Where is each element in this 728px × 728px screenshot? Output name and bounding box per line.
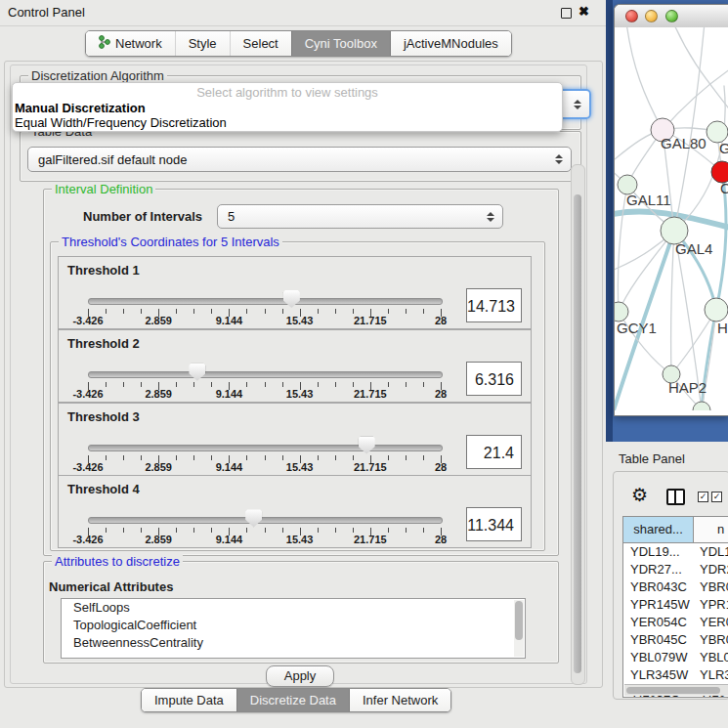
thresholds-container: Threshold 1-3.4262.8599.14415.4321.71528…: [58, 256, 530, 549]
tick-mark: [353, 455, 354, 460]
network-node-gcy1[interactable]: [615, 302, 628, 321]
tick-mark: [123, 528, 124, 533]
attributes-listbox[interactable]: SelfLoopsTopologicalCoefficientBetweenne…: [61, 598, 526, 659]
table-row[interactable]: YLR345WYLR3: [623, 666, 728, 684]
threshold-value-field[interactable]: 21.4: [466, 435, 522, 469]
threshold-panel-2: Threshold 2-3.4262.8599.14415.4321.71528…: [58, 329, 532, 403]
network-canvas[interactable]: GAL80GAL11GAL4GCY1HHAP2GC: [615, 27, 728, 410]
scrollbar-thumb[interactable]: [626, 687, 720, 694]
checkbox-icon[interactable]: ✓: [711, 492, 722, 502]
cell-shared-name: YPR145W: [623, 596, 693, 614]
column-header-shared[interactable]: shared...: [623, 517, 694, 542]
tab-impute-data[interactable]: Impute Data: [142, 689, 236, 711]
cell-name: YBR0: [693, 578, 728, 596]
checkbox-icon[interactable]: ✓: [698, 492, 708, 502]
scale-label: 15.43: [286, 534, 314, 545]
combo-arrows-icon: [574, 100, 581, 109]
table-row[interactable]: YDL19...YDL1: [623, 543, 728, 561]
column-header-name[interactable]: n: [694, 517, 728, 542]
gear-icon[interactable]: ⚙: [631, 484, 648, 506]
table-panel-toolbar-area: ⚙ ✓ ✓ shared... n YDL19...YDL1YDR27...YD…: [613, 471, 728, 700]
interval-definition-title: Interval Definition: [52, 182, 155, 196]
slider-thumb[interactable]: [245, 509, 262, 527]
table-hscrollbar[interactable]: [624, 684, 728, 696]
tab-jactivemnodules[interactable]: jActiveMNodules: [390, 31, 511, 56]
tick-mark: [282, 382, 283, 387]
network-node-h[interactable]: [705, 298, 728, 321]
attribute-item-selfloops[interactable]: SelfLoops: [62, 599, 525, 617]
num-intervals-combobox[interactable]: 5: [217, 204, 503, 229]
table-panel-title: Table Panel: [619, 451, 685, 466]
listbox-scrollbar[interactable]: [514, 600, 524, 657]
tick-mark: [388, 382, 389, 387]
tab-network[interactable]: Network: [86, 31, 175, 56]
node-table[interactable]: shared... n YDL19...YDL1YDR27...YDR2YBR0…: [622, 516, 728, 698]
tab-cyni-toolbox[interactable]: Cyni Toolbox: [291, 31, 390, 56]
minimize-traffic-light-icon[interactable]: [645, 10, 658, 22]
slider-track[interactable]: [88, 517, 443, 524]
network-edge: [673, 27, 728, 115]
attribute-item-betweennesscentrality[interactable]: BetweennessCentrality: [62, 634, 525, 652]
slider-track[interactable]: [88, 371, 443, 378]
table-row[interactable]: YDR27...YDR2: [623, 561, 728, 578]
attribute-item-topologicalcoefficient[interactable]: TopologicalCoefficient: [62, 617, 525, 634]
table-row[interactable]: YBR045CYBR0: [623, 631, 728, 649]
scrollbar-thumb[interactable]: [574, 194, 581, 673]
close-icon[interactable]: ✖: [578, 4, 589, 19]
tab-style[interactable]: Style: [175, 31, 230, 56]
slider-track[interactable]: [88, 445, 443, 451]
slider-thumb[interactable]: [189, 364, 205, 381]
threshold-value-field[interactable]: 11.344: [466, 507, 522, 541]
scrollbar-thumb[interactable]: [515, 601, 523, 640]
table-row[interactable]: YPR145WYPR1: [623, 596, 728, 614]
cell-name: YER0: [693, 614, 728, 631]
slider-thumb[interactable]: [359, 437, 375, 454]
main-scrollbar[interactable]: [571, 164, 585, 685]
tick-mark: [423, 309, 424, 314]
network-window-titlebar[interactable]: [615, 5, 728, 29]
table-row[interactable]: YBR043CYBR0: [623, 578, 728, 596]
table-data-combobox[interactable]: galFiltered.sif default node: [27, 147, 572, 172]
tab-infer-network[interactable]: Infer Network: [349, 689, 450, 711]
dropdown-item-equal-width-frequency-discretization[interactable]: Equal Width/Frequency Discretization: [13, 115, 562, 130]
panel-title: Control Panel: [8, 5, 85, 20]
tick-mark: [211, 528, 212, 533]
tab-discretize-data[interactable]: Discretize Data: [236, 689, 349, 711]
float-icon[interactable]: [561, 8, 572, 19]
attributes-group-title: Attributes to discretize: [52, 554, 183, 569]
threshold-panel-4: Threshold 4-3.4262.8599.14415.4321.71528…: [58, 475, 532, 548]
slider-track[interactable]: [88, 298, 443, 305]
zoom-traffic-light-icon[interactable]: [665, 10, 678, 22]
tick-mark: [406, 309, 407, 314]
tick-mark: [423, 455, 424, 460]
threshold-value-field[interactable]: 6.316: [466, 362, 522, 396]
tick-mark: [193, 455, 194, 460]
num-intervals-label: Number of Intervals: [83, 209, 202, 224]
scale-label: -3.426: [72, 534, 103, 545]
threshold-panel-3: Threshold 3-3.4262.8599.14415.4321.71528…: [58, 403, 532, 476]
control-panel-titlebar: Control Panel ✖: [0, 0, 606, 26]
tab-label: Cyni Toolbox: [305, 36, 377, 51]
slider-thumb[interactable]: [283, 290, 300, 308]
tick-mark: [282, 455, 283, 460]
table-row[interactable]: YBL079WYBL0: [623, 649, 728, 666]
cell-name: YDL1: [693, 543, 728, 561]
tab-select[interactable]: Select: [230, 31, 291, 56]
dropdown-item-manual-discretization[interactable]: Manual Discretization: [13, 101, 562, 115]
threshold-label: Threshold 4: [67, 482, 140, 496]
threshold-value-field[interactable]: 14.713: [466, 288, 522, 322]
scale-label: 21.715: [354, 534, 387, 545]
tick-mark: [106, 528, 107, 533]
table-row[interactable]: YER054CYER0: [623, 614, 728, 631]
split-columns-icon[interactable]: [666, 489, 685, 505]
tick-mark: [335, 455, 336, 460]
top-tab-bar: NetworkStyleSelectCyni ToolboxjActiveMNo…: [85, 30, 512, 57]
apply-button[interactable]: Apply: [266, 665, 334, 687]
tick-mark: [211, 309, 212, 314]
threshold-label: Threshold 2: [67, 336, 140, 351]
close-traffic-light-icon[interactable]: [625, 10, 638, 22]
tab-label: Infer Network: [363, 693, 438, 707]
cell-shared-name: YDL19...: [623, 543, 693, 561]
network-edge: [671, 231, 674, 374]
tab-label: Style: [189, 36, 217, 51]
